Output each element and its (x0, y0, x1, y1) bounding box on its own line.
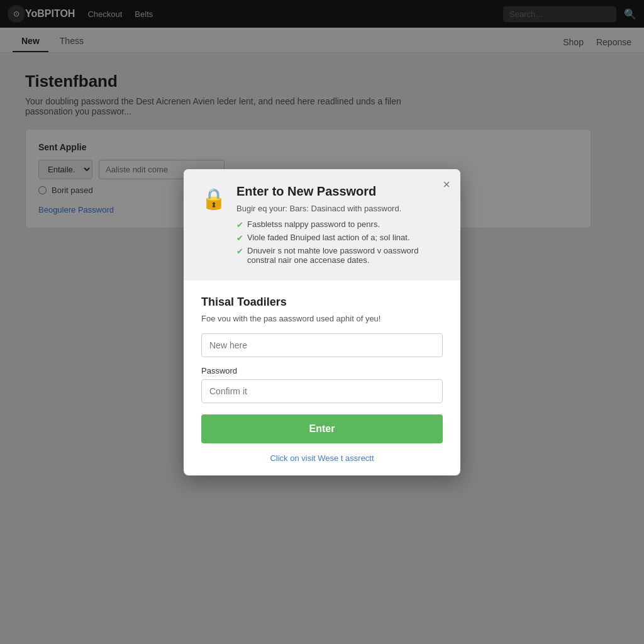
modal-checklist: ✔ Fasbletss nalppy password to penrs. ✔ … (236, 219, 443, 265)
modal-title: Enter to New Password (236, 184, 443, 199)
checklist-text-2: Viole faded Bnuiped last action of a; so… (247, 233, 410, 242)
footer-link[interactable]: Click on visit Wese t assrectt (270, 453, 374, 463)
modal-section-desc: Foe vou with the pas aassword used aphit… (201, 314, 443, 323)
modal-body: Thisal Toadilers Foe vou with the pas aa… (184, 280, 460, 475)
confirm-password-input[interactable] (201, 379, 443, 403)
modal-footer: Click on visit Wese t assrectt (201, 453, 443, 463)
check-icon-2: ✔ (236, 233, 243, 243)
checklist-text-3: Dnuveir s not mahte love password v oass… (247, 246, 443, 265)
checklist-item-2: ✔ Viole faded Bnuiped last action of a; … (236, 233, 443, 243)
modal-header-section: 🔒 Enter to New Password Bugir eq your: B… (184, 169, 460, 280)
checklist-item-1: ✔ Fasbletss nalppy password to penrs. (236, 219, 443, 230)
checklist-item-3: ✔ Dnuveir s not mahte love password v oa… (236, 246, 443, 265)
lock-icon: 🔒 (201, 187, 226, 211)
modal-description: Bugir eq your: Bars: Dasinacd with passw… (236, 204, 443, 213)
modal-close-button[interactable]: × (443, 178, 450, 191)
modal-section-title: Thisal Toadilers (201, 296, 443, 309)
confirm-password-label: Password (201, 366, 443, 375)
password-modal: × 🔒 Enter to New Password Bugir eq your:… (184, 169, 460, 475)
check-icon-1: ✔ (236, 220, 243, 230)
submit-button[interactable]: Enter (201, 414, 443, 443)
modal-header-text: Enter to New Password Bugir eq your: Bar… (236, 184, 443, 268)
checklist-text-1: Fasbletss nalppy password to penrs. (247, 219, 380, 229)
check-icon-3: ✔ (236, 247, 243, 256)
modal-overlay: × 🔒 Enter to New Password Bugir eq your:… (0, 0, 644, 644)
new-password-input[interactable] (201, 333, 443, 357)
